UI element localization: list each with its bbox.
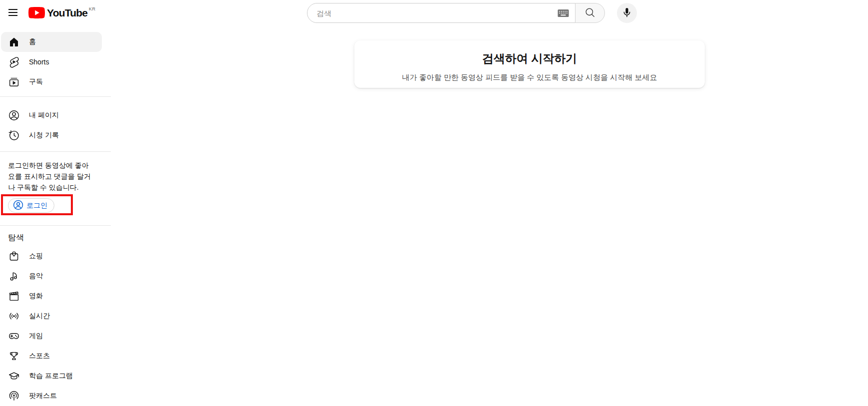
- movies-icon: [8, 290, 20, 302]
- search-input-wrap: [307, 3, 576, 23]
- mic-icon: [621, 6, 633, 20]
- hamburger-menu-icon: [8, 9, 17, 16]
- sidebar-item-sports[interactable]: 스포츠: [1, 346, 102, 366]
- sidebar-item-label: 영화: [29, 292, 43, 301]
- search-input[interactable]: [316, 9, 554, 17]
- sidebar-item-label: Shorts: [29, 58, 49, 66]
- signin-button-label: 로그인: [26, 201, 47, 210]
- sidebar-item-movies[interactable]: 영화: [1, 286, 102, 306]
- shopping-icon: [8, 250, 20, 262]
- history-icon: [8, 129, 20, 141]
- live-icon: [8, 310, 20, 322]
- sidebar-divider: [0, 151, 111, 152]
- sidebar-item-label: 구독: [29, 77, 43, 86]
- signin-promo-text: 로그인하면 동영상에 좋아요를 표시하고 댓글을 달거나 구독할 수 있습니다.: [0, 160, 101, 193]
- sidebar-item-label: 홈: [29, 37, 36, 46]
- music-icon: [8, 270, 20, 282]
- keyboard-icon[interactable]: [558, 9, 569, 17]
- gaming-icon: [8, 330, 20, 342]
- voice-search-button[interactable]: [617, 3, 637, 23]
- profile-icon: [8, 109, 20, 121]
- sidebar-divider: [0, 96, 111, 97]
- search-button[interactable]: [575, 3, 605, 23]
- empty-state-title: 검색하여 시작하기: [354, 51, 705, 66]
- sidebar-item-music[interactable]: 음악: [1, 266, 102, 286]
- shorts-icon: [8, 56, 20, 68]
- sidebar-item-label: 스포츠: [29, 352, 50, 361]
- sidebar-item-label: 쇼핑: [29, 252, 43, 261]
- sidebar-item-shorts[interactable]: Shorts: [1, 52, 102, 72]
- empty-state-subtitle: 내가 좋아할 만한 동영상 피드를 받을 수 있도록 동영상 시청을 시작해 보…: [354, 73, 705, 82]
- logo-wordmark: YouTube: [47, 7, 87, 18]
- podcasts-icon: [8, 390, 20, 402]
- guide-menu-button[interactable]: [3, 2, 23, 22]
- sidebar-item-label: 실시간: [29, 312, 50, 321]
- search-icon: [584, 6, 596, 20]
- sidebar-divider: [0, 225, 111, 226]
- sidebar-item-label: 시청 기록: [29, 131, 59, 140]
- sidebar-item-label: 내 페이지: [29, 111, 59, 120]
- youtube-logo-icon: [28, 7, 45, 20]
- sidebar-item-label: 음악: [29, 272, 43, 281]
- empty-state-card: 검색하여 시작하기 내가 좋아할 만한 동영상 피드를 받을 수 있도록 동영상…: [354, 40, 705, 88]
- subscriptions-icon: [8, 76, 20, 88]
- sidebar-item-podcasts[interactable]: 팟캐스트: [1, 386, 102, 406]
- sidebar-item-live[interactable]: 실시간: [1, 306, 102, 326]
- sidebar-item-courses[interactable]: 학습 프로그램: [1, 366, 102, 386]
- signin-zone: 로그인: [0, 194, 111, 225]
- sidebar-item-gaming[interactable]: 게임: [1, 326, 102, 346]
- sidebar-item-my-page[interactable]: 내 페이지: [1, 105, 102, 125]
- sidebar-item-label: 학습 프로그램: [29, 372, 73, 381]
- youtube-page: YouTube KR: [0, 0, 868, 406]
- home-icon: [8, 36, 20, 48]
- explore-section-title: 탐색: [0, 233, 111, 243]
- signin-button[interactable]: 로그인: [8, 198, 54, 213]
- sidebar-item-history[interactable]: 시청 기록: [1, 125, 102, 145]
- sidebar-item-label: 게임: [29, 332, 43, 341]
- logo-country-code: KR: [89, 6, 96, 11]
- sidebar-item-label: 팟캐스트: [29, 392, 57, 401]
- explore-list: 쇼핑 음악: [0, 246, 111, 406]
- sidebar-item-shopping[interactable]: 쇼핑: [1, 246, 102, 266]
- sidebar-item-home[interactable]: 홈: [1, 32, 102, 52]
- youtube-logo[interactable]: YouTube KR: [28, 7, 96, 20]
- person-circle-icon: [13, 200, 23, 212]
- search-form: [307, 3, 605, 23]
- sidebar: 홈 Shorts 구독: [0, 28, 111, 406]
- sports-icon: [8, 350, 20, 362]
- sidebar-item-subscriptions[interactable]: 구독: [1, 72, 102, 92]
- topbar: YouTube KR: [0, 0, 868, 28]
- courses-icon: [8, 370, 20, 382]
